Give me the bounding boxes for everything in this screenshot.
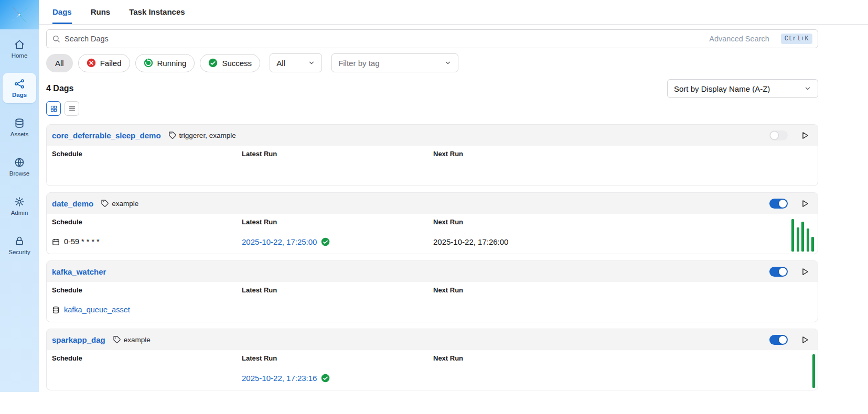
summary-row: 4 Dags Sort by Display Name (A-Z) (46, 79, 818, 98)
advanced-search-link[interactable]: Advanced Search (709, 35, 769, 43)
dag-name-link[interactable]: date_demo (52, 199, 93, 208)
sidebar-item-label: Browse (9, 170, 29, 177)
run-duration-bar[interactable] (807, 228, 809, 252)
sidebar-item-label: Admin (11, 210, 28, 216)
filter-success-label: Success (222, 59, 252, 68)
database-icon (52, 306, 60, 314)
sidebar-item-browse[interactable]: Browse (3, 151, 36, 182)
filter-failed-label: Failed (100, 59, 122, 68)
schedule-asset-link[interactable]: kafka_queue_asset (64, 306, 130, 314)
sort-select[interactable]: Sort by Display Name (A-Z) (667, 79, 818, 98)
dag-pause-toggle[interactable] (769, 267, 788, 277)
main-area: Dags Runs Task Instances Advanced Search… (39, 0, 868, 414)
trigger-dag-button[interactable] (799, 334, 810, 345)
chevron-down-icon (444, 59, 452, 67)
dag-pause-toggle[interactable] (769, 130, 788, 140)
schedule-value: 0-59 * * * * (52, 235, 242, 248)
tab-task-instances[interactable]: Task Instances (129, 0, 185, 24)
latest-run-label: Latest Run (242, 354, 433, 362)
filter-all-button[interactable]: All (46, 54, 73, 72)
filter-row: All Failed Running (46, 53, 818, 72)
run-duration-bar[interactable] (801, 222, 804, 252)
run-duration-bar[interactable] (791, 219, 794, 252)
shortcut-badge: Ctrl+K (781, 34, 812, 44)
dag-tags: example (101, 199, 138, 208)
dag-card: date_demo example (46, 192, 818, 254)
sidebar-item-admin[interactable]: Admin (3, 191, 36, 221)
dag-card-header: date_demo example (47, 193, 818, 214)
content: Advanced Search Ctrl+K All Failed (39, 25, 868, 390)
sidebar-item-home[interactable]: Home (3, 34, 36, 64)
tag-icon (101, 199, 109, 208)
dag-card-header: core_deferrable_sleep_demo triggerer, ex… (47, 125, 818, 146)
toggle-knob (779, 268, 787, 276)
dag-count: 4 Dags (46, 84, 73, 93)
paused-filter-select[interactable]: All (270, 53, 322, 72)
running-icon (144, 58, 153, 68)
dag-card-body: Schedule 0-59 * * * * Latest Run (47, 214, 818, 254)
dag-name-link[interactable]: kafka_watcher (52, 267, 106, 276)
next-run-label: Next Run (433, 218, 811, 226)
schedule-column: Schedule (52, 150, 242, 186)
schedule-value (52, 167, 242, 180)
dag-pause-toggle[interactable] (769, 335, 788, 345)
sidebar-item-label: Home (12, 52, 28, 59)
latest-run-link[interactable]: 2025-10-22, 17:25:00 (242, 237, 317, 246)
airflow-logo[interactable] (0, 0, 39, 29)
failed-icon (87, 58, 96, 68)
sidebar-item-assets[interactable]: Assets (3, 112, 36, 143)
browse-icon (14, 157, 25, 168)
run-duration-bar[interactable] (797, 227, 799, 252)
next-run-value (433, 371, 811, 385)
dag-card: core_deferrable_sleep_demo triggerer, ex… (46, 124, 818, 186)
schedule-label: Schedule (52, 150, 242, 158)
tag-filter-select[interactable]: Filter by tag (331, 53, 458, 72)
sort-value: Sort by Display Name (A-Z) (674, 84, 770, 93)
tab-runs[interactable]: Runs (91, 0, 111, 24)
search-icon (52, 35, 60, 43)
dag-card-body: Schedule Latest Run Next Run (47, 146, 818, 186)
recent-runs-chart[interactable] (791, 219, 814, 252)
play-icon (800, 199, 809, 208)
latest-run-link[interactable]: 2025-10-22, 17:23:16 (242, 374, 317, 383)
schedule-label: Schedule (52, 354, 242, 362)
dag-name-link[interactable]: sparkapp_dag (52, 335, 105, 344)
tag-icon (168, 131, 177, 139)
schedule-cron: 0-59 * * * * (64, 237, 100, 246)
trigger-dag-button[interactable] (799, 130, 810, 141)
dag-pause-toggle[interactable] (769, 199, 788, 209)
next-run-label: Next Run (433, 286, 811, 294)
filter-running-button[interactable]: Running (135, 54, 195, 72)
dag-card-body: Schedule Latest Run 2025-10-22, 17:23:16 (47, 350, 818, 390)
tag-icon (113, 335, 121, 344)
dag-list: core_deferrable_sleep_demo triggerer, ex… (46, 124, 818, 390)
paused-filter-value: All (276, 59, 285, 68)
next-run-value (433, 303, 811, 317)
recent-runs-chart[interactable] (812, 354, 815, 388)
filter-all-label: All (55, 59, 64, 68)
filter-success-button[interactable]: Success (200, 54, 260, 72)
run-duration-bar[interactable] (812, 354, 815, 388)
filter-running-label: Running (157, 59, 187, 68)
filter-failed-button[interactable]: Failed (78, 54, 130, 72)
list-icon (68, 105, 76, 113)
sidebar-item-dags[interactable]: Dags (3, 73, 36, 103)
list-view-button[interactable] (65, 101, 79, 116)
airflow-app: Home Dags Assets Browse (0, 0, 868, 414)
tab-dags[interactable]: Dags (52, 0, 72, 24)
search-input[interactable] (65, 35, 705, 43)
trigger-dag-button[interactable] (799, 198, 810, 209)
card-view-button[interactable] (46, 101, 61, 116)
sidebar-item-security[interactable]: Security (3, 230, 36, 260)
next-run-value (433, 167, 811, 180)
grid-icon (50, 105, 58, 113)
schedule-label: Schedule (52, 218, 242, 226)
calendar-icon (52, 238, 60, 246)
dag-card-header: kafka_watcher (47, 261, 818, 282)
toggle-knob (779, 200, 787, 208)
airflow-pinwheel-icon (9, 5, 29, 25)
trigger-dag-button[interactable] (799, 266, 810, 277)
dag-name-link[interactable]: core_deferrable_sleep_demo (52, 131, 161, 140)
run-duration-bar[interactable] (811, 237, 814, 252)
chevron-down-icon (804, 85, 811, 92)
